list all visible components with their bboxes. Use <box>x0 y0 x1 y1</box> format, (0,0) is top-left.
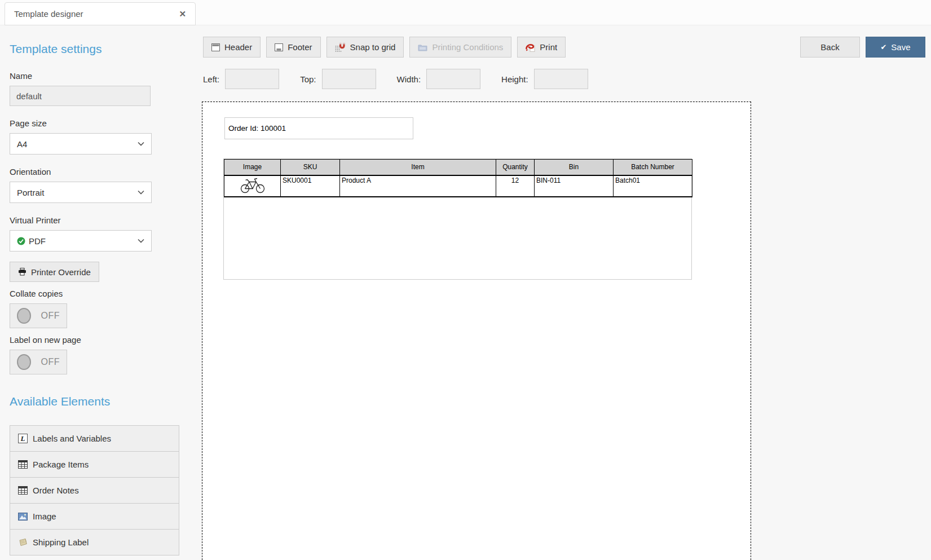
sidebar: Template settings Name Page size A4 Orie… <box>0 25 196 555</box>
collate-copies-state: OFF <box>41 311 60 321</box>
header-button[interactable]: Header <box>203 37 261 58</box>
width-label: Width: <box>397 74 421 84</box>
shipping-label-icon <box>18 538 28 546</box>
col-header-image: Image <box>224 160 281 175</box>
printing-conditions-label: Printing Conditions <box>432 42 503 52</box>
cell-image <box>224 175 281 197</box>
header-button-label: Header <box>224 42 252 52</box>
printer-icon <box>18 268 27 276</box>
collate-copies-toggle[interactable]: OFF <box>10 303 67 328</box>
element-label: Order Notes <box>33 486 79 495</box>
element-label: Image <box>33 512 56 521</box>
table-header-row: Image SKU Item Quantity Bin Batch Number <box>224 160 692 175</box>
canvas-toolbar: Header Footer Sna <box>203 37 925 58</box>
label-on-new-page-label: Label on new page <box>10 335 196 345</box>
cell-sku: SKU0001 <box>281 175 340 197</box>
print-button[interactable]: Print <box>517 37 566 58</box>
toggle-knob <box>17 354 31 370</box>
labels-variables-icon: L <box>18 434 28 443</box>
name-input[interactable] <box>10 86 151 106</box>
printing-conditions-icon <box>418 43 427 51</box>
table-row: SKU0001 Product A 12 BIN-011 Batch01 <box>224 175 692 197</box>
element-label: Package Items <box>33 460 89 469</box>
cell-batch-number: Batch01 <box>614 175 692 197</box>
position-bar: Left: Top: Width: Height: <box>203 69 609 89</box>
col-header-sku: SKU <box>281 160 340 175</box>
printing-conditions-button[interactable]: Printing Conditions <box>409 37 511 58</box>
footer-icon <box>275 43 283 51</box>
bicycle-product-image <box>240 177 266 194</box>
cell-quantity: 12 <box>496 175 535 197</box>
order-id-label-text: Order Id: 100001 <box>228 124 286 133</box>
cell-bin: BIN-011 <box>535 175 614 197</box>
available-elements-heading: Available Elements <box>10 395 196 408</box>
tab-template-designer[interactable]: Template designer ✕ <box>5 2 196 25</box>
table-icon <box>18 460 28 469</box>
orientation-value: Portrait <box>17 188 138 197</box>
check-circle-icon <box>17 237 25 245</box>
label-on-new-page-state: OFF <box>41 357 60 367</box>
save-button-label: Save <box>891 42 910 52</box>
printer-override-button[interactable]: Printer Override <box>10 262 99 282</box>
save-button[interactable]: ✔ Save <box>866 37 925 58</box>
package-items-element[interactable]: Image SKU Item Quantity Bin Batch Number <box>223 158 692 280</box>
available-elements-list: L Labels and Variables Package Items Ord… <box>10 425 179 555</box>
orientation-select[interactable]: Portrait <box>10 182 152 203</box>
page-size-value: A4 <box>17 139 138 149</box>
order-id-label-element[interactable]: Order Id: 100001 <box>224 117 413 139</box>
element-label: Shipping Label <box>33 537 89 547</box>
snap-to-grid-button[interactable]: Snap to grid <box>326 37 404 58</box>
snap-to-grid-icon <box>335 42 346 52</box>
col-header-batch-number: Batch Number <box>614 160 692 175</box>
design-canvas[interactable]: Order Id: 100001 Image SKU Item Quantity… <box>202 102 751 560</box>
footer-button-label: Footer <box>288 42 312 52</box>
col-header-bin: Bin <box>535 160 614 175</box>
element-shipping-label[interactable]: Shipping Label <box>10 529 179 555</box>
element-labels-and-variables[interactable]: L Labels and Variables <box>10 425 179 452</box>
print-pdf-icon <box>526 43 535 52</box>
label-on-new-page-toggle[interactable]: OFF <box>10 350 67 374</box>
template-settings-heading: Template settings <box>10 42 196 56</box>
chevron-down-icon <box>138 142 144 146</box>
footer-button[interactable]: Footer <box>266 37 320 58</box>
print-button-label: Print <box>540 42 557 52</box>
back-button[interactable]: Back <box>800 37 860 58</box>
element-package-items[interactable]: Package Items <box>10 451 179 478</box>
package-items-table: Image SKU Item Quantity Bin Batch Number <box>224 159 692 197</box>
close-icon[interactable]: ✕ <box>179 9 186 19</box>
virtual-printer-select[interactable]: PDF <box>10 230 152 252</box>
collate-copies-label: Collate copies <box>10 289 196 298</box>
height-label: Height: <box>501 74 528 84</box>
check-icon: ✔ <box>880 43 886 51</box>
virtual-printer-value: PDF <box>29 236 46 246</box>
element-order-notes[interactable]: Order Notes <box>10 477 179 504</box>
width-input[interactable] <box>426 69 480 89</box>
col-header-quantity: Quantity <box>496 160 535 175</box>
left-label: Left: <box>203 74 219 84</box>
top-label: Top: <box>300 74 316 84</box>
name-label: Name <box>10 71 196 81</box>
chevron-down-icon <box>138 190 144 195</box>
page-size-label: Page size <box>10 118 196 128</box>
height-input[interactable] <box>534 69 588 89</box>
element-label: Labels and Variables <box>33 434 111 443</box>
chevron-down-icon <box>138 239 144 243</box>
element-image[interactable]: Image <box>10 503 179 530</box>
page-size-select[interactable]: A4 <box>10 133 152 155</box>
snap-to-grid-label: Snap to grid <box>350 42 396 52</box>
tab-title: Template designer <box>14 9 83 19</box>
col-header-item: Item <box>340 160 496 175</box>
table-icon <box>18 486 28 495</box>
template-designer-app: Template designer ✕ Template settings Na… <box>0 0 931 560</box>
orientation-label: Orientation <box>10 167 196 177</box>
back-button-label: Back <box>820 42 839 52</box>
cell-item: Product A <box>340 175 496 197</box>
header-icon <box>211 43 220 51</box>
left-input[interactable] <box>225 69 279 89</box>
top-input[interactable] <box>322 69 376 89</box>
toggle-knob <box>17 308 31 324</box>
virtual-printer-label: Virtual Printer <box>10 215 196 225</box>
tab-strip: Template designer ✕ <box>0 0 931 25</box>
image-icon <box>18 513 28 521</box>
printer-override-label: Printer Override <box>31 267 91 277</box>
